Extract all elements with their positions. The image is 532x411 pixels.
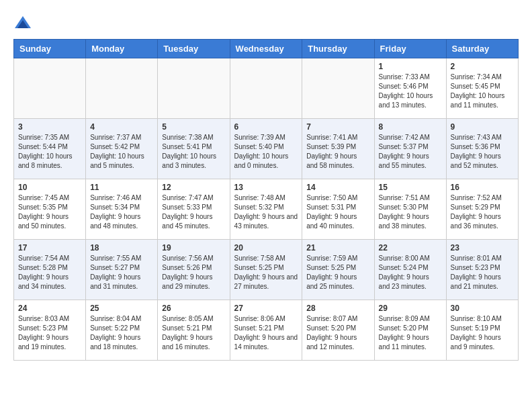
day-number: 16: [451, 183, 514, 192]
day-number: 6: [234, 122, 298, 132]
calendar-day-cell: 3Sunrise: 7:35 AM Sunset: 5:44 PM Daylig…: [14, 119, 86, 179]
day-number: 8: [379, 122, 442, 132]
weekday-header: Thursday: [302, 40, 374, 58]
calendar-week-row: 24Sunrise: 8:03 AM Sunset: 5:23 PM Dayli…: [14, 300, 519, 361]
day-info: Sunrise: 8:06 AM Sunset: 5:21 PM Dayligh…: [234, 314, 298, 352]
day-number: 29: [379, 304, 442, 313]
calendar-week-row: 1Sunrise: 7:33 AM Sunset: 5:46 PM Daylig…: [14, 58, 519, 119]
day-info: Sunrise: 7:45 AM Sunset: 5:35 PM Dayligh…: [18, 193, 81, 231]
day-info: Sunrise: 7:34 AM Sunset: 5:45 PM Dayligh…: [451, 73, 514, 110]
calendar-day-cell: 1Sunrise: 7:33 AM Sunset: 5:46 PM Daylig…: [374, 58, 446, 119]
calendar-table: SundayMondayTuesdayWednesdayThursdayFrid…: [13, 39, 519, 361]
day-info: Sunrise: 7:33 AM Sunset: 5:46 PM Dayligh…: [379, 73, 442, 110]
logo: [13, 13, 35, 32]
day-number: 19: [162, 243, 225, 253]
day-info: Sunrise: 8:04 AM Sunset: 5:22 PM Dayligh…: [90, 314, 153, 352]
day-info: Sunrise: 7:52 AM Sunset: 5:29 PM Dayligh…: [451, 193, 514, 231]
day-info: Sunrise: 8:07 AM Sunset: 5:20 PM Dayligh…: [306, 314, 369, 352]
day-number: 17: [18, 243, 81, 253]
day-number: 28: [306, 304, 369, 313]
day-info: Sunrise: 7:51 AM Sunset: 5:30 PM Dayligh…: [379, 193, 442, 231]
day-number: 1: [379, 62, 442, 71]
calendar-day-cell: 4Sunrise: 7:37 AM Sunset: 5:42 PM Daylig…: [86, 119, 158, 179]
calendar-week-row: 10Sunrise: 7:45 AM Sunset: 5:35 PM Dayli…: [14, 179, 519, 240]
calendar-day-cell: 9Sunrise: 7:43 AM Sunset: 5:36 PM Daylig…: [446, 119, 518, 179]
weekday-header: Tuesday: [158, 40, 230, 58]
day-info: Sunrise: 7:37 AM Sunset: 5:42 PM Dayligh…: [90, 133, 153, 171]
day-number: 23: [451, 243, 514, 253]
day-info: Sunrise: 7:56 AM Sunset: 5:26 PM Dayligh…: [162, 254, 225, 291]
calendar-day-cell: 18Sunrise: 7:55 AM Sunset: 5:27 PM Dayli…: [86, 240, 158, 300]
day-number: 12: [162, 183, 225, 192]
day-info: Sunrise: 7:47 AM Sunset: 5:33 PM Dayligh…: [162, 193, 225, 231]
day-info: Sunrise: 7:55 AM Sunset: 5:27 PM Dayligh…: [90, 254, 153, 291]
day-number: 22: [379, 243, 442, 253]
page-header: [13, 13, 519, 32]
day-info: Sunrise: 8:05 AM Sunset: 5:21 PM Dayligh…: [162, 314, 225, 352]
calendar-day-cell: 11Sunrise: 7:46 AM Sunset: 5:34 PM Dayli…: [86, 179, 158, 240]
day-number: 30: [451, 304, 514, 313]
calendar-day-cell: 2Sunrise: 7:34 AM Sunset: 5:45 PM Daylig…: [446, 58, 518, 119]
calendar-day-cell: 26Sunrise: 8:05 AM Sunset: 5:21 PM Dayli…: [158, 300, 230, 361]
calendar-day-cell: 27Sunrise: 8:06 AM Sunset: 5:21 PM Dayli…: [230, 300, 302, 361]
day-number: 2: [451, 62, 514, 71]
day-info: Sunrise: 8:00 AM Sunset: 5:24 PM Dayligh…: [379, 254, 442, 291]
calendar-week-row: 17Sunrise: 7:54 AM Sunset: 5:28 PM Dayli…: [14, 240, 519, 300]
calendar-day-cell: 5Sunrise: 7:38 AM Sunset: 5:41 PM Daylig…: [158, 119, 230, 179]
weekday-header: Sunday: [14, 40, 86, 58]
calendar-day-cell: 10Sunrise: 7:45 AM Sunset: 5:35 PM Dayli…: [14, 179, 86, 240]
calendar-day-cell: 22Sunrise: 8:00 AM Sunset: 5:24 PM Dayli…: [374, 240, 446, 300]
day-info: Sunrise: 7:58 AM Sunset: 5:25 PM Dayligh…: [234, 254, 298, 291]
day-info: Sunrise: 7:38 AM Sunset: 5:41 PM Dayligh…: [162, 133, 225, 171]
calendar-week-row: 3Sunrise: 7:35 AM Sunset: 5:44 PM Daylig…: [14, 119, 519, 179]
calendar-day-cell: 23Sunrise: 8:01 AM Sunset: 5:23 PM Dayli…: [446, 240, 518, 300]
day-info: Sunrise: 7:42 AM Sunset: 5:37 PM Dayligh…: [379, 133, 442, 171]
calendar-header-row: SundayMondayTuesdayWednesdayThursdayFrid…: [14, 40, 519, 58]
calendar-day-cell: 21Sunrise: 7:59 AM Sunset: 5:25 PM Dayli…: [302, 240, 374, 300]
day-number: 10: [18, 183, 81, 192]
day-info: Sunrise: 7:43 AM Sunset: 5:36 PM Dayligh…: [451, 133, 514, 171]
day-info: Sunrise: 7:39 AM Sunset: 5:40 PM Dayligh…: [234, 133, 298, 171]
calendar-day-cell: 24Sunrise: 8:03 AM Sunset: 5:23 PM Dayli…: [14, 300, 86, 361]
day-number: 26: [162, 304, 225, 313]
day-number: 25: [90, 304, 153, 313]
calendar-day-cell: 14Sunrise: 7:50 AM Sunset: 5:31 PM Dayli…: [302, 179, 374, 240]
calendar-day-cell: 8Sunrise: 7:42 AM Sunset: 5:37 PM Daylig…: [374, 119, 446, 179]
day-number: 7: [306, 122, 369, 132]
day-info: Sunrise: 7:41 AM Sunset: 5:39 PM Dayligh…: [306, 133, 369, 171]
day-number: 5: [162, 122, 225, 132]
calendar-day-cell: 29Sunrise: 8:09 AM Sunset: 5:20 PM Dayli…: [374, 300, 446, 361]
day-info: Sunrise: 8:10 AM Sunset: 5:19 PM Dayligh…: [451, 314, 514, 352]
calendar-day-cell: [230, 58, 302, 119]
day-number: 24: [18, 304, 81, 313]
day-number: 15: [379, 183, 442, 192]
day-info: Sunrise: 7:46 AM Sunset: 5:34 PM Dayligh…: [90, 193, 153, 231]
calendar-day-cell: [302, 58, 374, 119]
calendar-day-cell: 15Sunrise: 7:51 AM Sunset: 5:30 PM Dayli…: [374, 179, 446, 240]
day-number: 13: [234, 183, 298, 192]
day-number: 3: [18, 122, 81, 132]
day-info: Sunrise: 8:03 AM Sunset: 5:23 PM Dayligh…: [18, 314, 81, 352]
weekday-header: Saturday: [446, 40, 518, 58]
day-number: 27: [234, 304, 298, 313]
day-info: Sunrise: 7:54 AM Sunset: 5:28 PM Dayligh…: [18, 254, 81, 291]
day-number: 18: [90, 243, 153, 253]
calendar-day-cell: 6Sunrise: 7:39 AM Sunset: 5:40 PM Daylig…: [230, 119, 302, 179]
weekday-header: Monday: [86, 40, 158, 58]
day-info: Sunrise: 8:01 AM Sunset: 5:23 PM Dayligh…: [451, 254, 514, 291]
calendar-day-cell: 28Sunrise: 8:07 AM Sunset: 5:20 PM Dayli…: [302, 300, 374, 361]
day-info: Sunrise: 7:48 AM Sunset: 5:32 PM Dayligh…: [234, 193, 298, 231]
day-info: Sunrise: 7:35 AM Sunset: 5:44 PM Dayligh…: [18, 133, 81, 171]
weekday-header: Friday: [374, 40, 446, 58]
calendar-day-cell: 16Sunrise: 7:52 AM Sunset: 5:29 PM Dayli…: [446, 179, 518, 240]
calendar-day-cell: 20Sunrise: 7:58 AM Sunset: 5:25 PM Dayli…: [230, 240, 302, 300]
calendar-day-cell: 19Sunrise: 7:56 AM Sunset: 5:26 PM Dayli…: [158, 240, 230, 300]
day-info: Sunrise: 7:59 AM Sunset: 5:25 PM Dayligh…: [306, 254, 369, 291]
calendar-day-cell: [14, 58, 86, 119]
calendar-day-cell: [86, 58, 158, 119]
day-number: 11: [90, 183, 153, 192]
day-number: 14: [306, 183, 369, 192]
day-number: 4: [90, 122, 153, 132]
calendar-day-cell: 12Sunrise: 7:47 AM Sunset: 5:33 PM Dayli…: [158, 179, 230, 240]
day-number: 20: [234, 243, 298, 253]
